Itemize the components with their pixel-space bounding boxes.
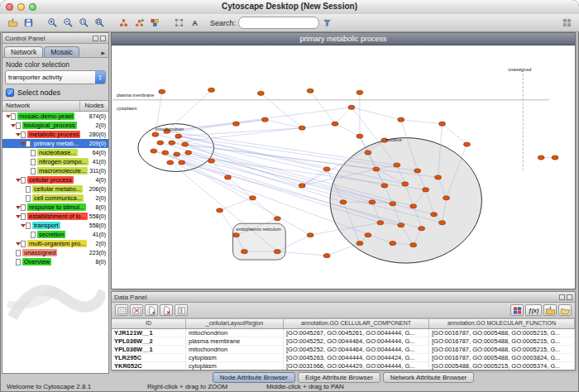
graph-node[interactable]: [152, 132, 159, 136]
tree-row[interactable]: cellular metabo...206(0): [2, 184, 108, 194]
close-panel-icon[interactable]: [100, 36, 106, 41]
graph-node[interactable]: [151, 149, 157, 153]
layout-icon[interactable]: [171, 16, 186, 31]
table-row[interactable]: YLR295Ccytoplasm[GO:0045263, GO:0044444,…: [112, 354, 575, 362]
graph-node[interactable]: [162, 151, 169, 155]
graph-node[interactable]: [538, 155, 544, 160]
column-header[interactable]: annotation.GO MOLECULAR_FUNCTION: [429, 319, 575, 328]
graph-node[interactable]: [402, 182, 409, 186]
tab-network[interactable]: Network: [4, 46, 43, 57]
expand-arrow-icon[interactable]: [20, 224, 26, 227]
graph-node[interactable]: [323, 167, 330, 171]
graph-node[interactable]: [232, 122, 239, 126]
zoom-button[interactable]: [29, 3, 36, 11]
graph-node[interactable]: [241, 250, 247, 254]
graph-node[interactable]: [356, 90, 363, 94]
graph-node[interactable]: [390, 202, 396, 206]
graph-node[interactable]: [225, 175, 232, 179]
expand-arrow-icon[interactable]: [15, 179, 21, 182]
table-row[interactable]: YJR121W__1mitochondrion[GO:0045267, GO:0…: [112, 329, 575, 337]
vizmapper-icon[interactable]: [147, 16, 162, 31]
tree-row[interactable]: response to stimul...8(0): [2, 203, 108, 212]
select-attributes-icon[interactable]: [115, 304, 128, 316]
search-options-button[interactable]: [319, 16, 334, 31]
graph-node[interactable]: [365, 233, 371, 237]
graph-node[interactable]: [182, 142, 189, 146]
network-canvas[interactable]: plasma membranecytoplasmmitochondrionnuc…: [112, 45, 574, 288]
graph-node[interactable]: [174, 152, 180, 156]
column-header[interactable]: annotation.GO CELLULAR_COMPONENT: [284, 319, 429, 328]
graph-node[interactable]: [390, 241, 396, 246]
tree-row[interactable]: nucleobase...64(0): [2, 148, 108, 157]
graph-node[interactable]: [369, 200, 376, 204]
zoom-selected-region-icon[interactable]: [76, 16, 91, 31]
zoom-fit-icon[interactable]: [92, 16, 107, 31]
graph-node[interactable]: [323, 254, 330, 258]
graph-node[interactable]: [552, 155, 558, 160]
graph-node[interactable]: [381, 184, 388, 188]
graph-node[interactable]: [423, 188, 429, 192]
graph-node[interactable]: [373, 167, 380, 171]
table-row[interactable]: YPL036W__2plasma membrane[GO:0045252, GO…: [112, 337, 575, 346]
graph-node[interactable]: [435, 175, 442, 179]
tab-overflow-arrow[interactable]: ▶: [99, 48, 107, 57]
graph-node[interactable]: [274, 250, 280, 254]
graph-node[interactable]: [356, 134, 363, 138]
grid-icon[interactable]: [559, 16, 574, 31]
graph-node[interactable]: [443, 196, 450, 200]
graph-node[interactable]: [356, 241, 363, 246]
matrix-icon[interactable]: [510, 304, 524, 316]
graph-node[interactable]: [299, 184, 305, 188]
unselect-attributes-icon[interactable]: [130, 304, 143, 316]
zoom-in-icon[interactable]: [45, 16, 60, 31]
graph-node[interactable]: [208, 88, 215, 92]
expand-arrow-icon[interactable]: [15, 206, 21, 209]
graph-node[interactable]: [410, 243, 417, 247]
float-panel-icon[interactable]: [559, 294, 565, 300]
tree-row[interactable]: transport558(0): [2, 221, 108, 230]
graph-node[interactable]: [365, 151, 371, 155]
tree-row[interactable]: Overview8(0): [2, 257, 108, 266]
minimize-button[interactable]: [17, 3, 25, 11]
tree-row[interactable]: primary metab...209(0): [2, 139, 108, 148]
expand-arrow-icon[interactable]: [15, 215, 21, 218]
table-row[interactable]: YKR052Ccytoplasm[GO:0031966, GO:0044429,…: [112, 362, 575, 370]
graph-node[interactable]: [414, 169, 421, 173]
tree-row[interactable]: metabolic process280(0): [2, 130, 108, 139]
graph-node[interactable]: [257, 91, 264, 95]
graph-node[interactable]: [169, 141, 175, 145]
search-input[interactable]: [238, 17, 319, 29]
graph-node[interactable]: [307, 88, 313, 93]
attribute-batch-icon[interactable]: [175, 304, 188, 316]
delete-attribute-icon[interactable]: [160, 304, 173, 316]
tree-row[interactable]: secretion41(0): [2, 230, 108, 239]
graph-node[interactable]: [419, 227, 425, 231]
import-network-icon[interactable]: [5, 16, 20, 31]
column-header[interactable]: _cellularLayoutRegion: [186, 319, 284, 328]
tab-mosaic[interactable]: Mosaic: [44, 46, 79, 57]
graph-node[interactable]: [299, 126, 305, 130]
graph-node[interactable]: [208, 159, 215, 163]
select-nodes-checkbox[interactable]: ✓: [6, 88, 14, 97]
expand-arrow-icon[interactable]: [15, 133, 21, 136]
zoom-out-icon[interactable]: [60, 16, 75, 31]
import-attributes-icon[interactable]: [543, 304, 557, 316]
tree-row[interactable]: mosaic-demo-yeast874(0): [2, 112, 108, 121]
tree-row[interactable]: establishment of lo...558(0): [2, 212, 108, 221]
graph-node[interactable]: [185, 151, 192, 155]
graph-node[interactable]: [307, 233, 313, 237]
graph-node[interactable]: [431, 213, 438, 217]
tree-row[interactable]: multi-organism pro...2(0): [2, 239, 108, 248]
float-panel-icon[interactable]: [93, 36, 98, 41]
graph-node[interactable]: [157, 141, 164, 145]
close-panel-icon[interactable]: [567, 294, 572, 300]
table-row[interactable]: YPL036W__1mitochondrion[GO:0045252, GO:0…: [112, 346, 575, 354]
first-neighbors-icon[interactable]: [116, 16, 131, 31]
graph-node[interactable]: [179, 160, 185, 165]
tree-row[interactable]: macromolecule...311(0): [2, 166, 108, 175]
open-attributes-icon[interactable]: [558, 304, 572, 316]
expand-arrow-icon[interactable]: [5, 115, 11, 118]
expand-arrow-icon[interactable]: [20, 142, 26, 146]
tree-row[interactable]: biological_process2(0): [2, 121, 108, 130]
expand-arrow-icon[interactable]: [10, 124, 16, 127]
